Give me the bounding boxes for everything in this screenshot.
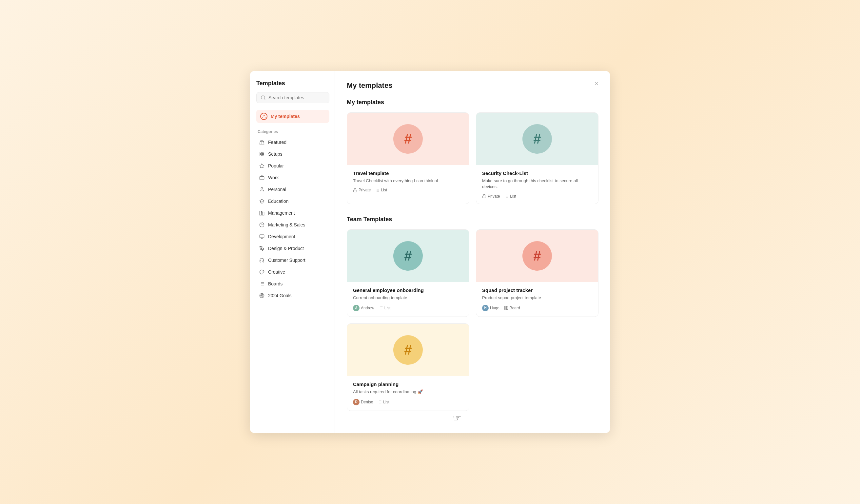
categories-label: Categories [256,129,329,134]
card-meta: D Denise List [353,399,463,405]
sidebar-item-marketing-sales[interactable]: Marketing & Sales [256,219,329,230]
lock-icon [353,188,357,192]
card-type: List [377,400,389,404]
sidebar-item-setups[interactable]: Setups [256,148,329,160]
svg-rect-12 [262,212,264,215]
card-privacy: Private [482,194,500,199]
svg-rect-11 [260,211,261,215]
card-author: A Andrew [353,305,374,311]
list-icon [504,194,508,198]
hash-icon: # [393,335,423,365]
card-description: Travel Checklist with everything I can t… [353,178,463,184]
sidebar: Templates My templates Categories [250,71,335,433]
sidebar-item-personal[interactable]: Personal [256,184,329,195]
my-templates-label: My templates [271,114,300,119]
svg-rect-7 [262,154,264,156]
my-templates-button[interactable]: My templates [256,110,329,123]
grid-icon [259,151,265,157]
sidebar-item-label: Popular [268,163,284,169]
sidebar-item-label: Design & Product [268,246,304,251]
sidebar-item-label: Boards [268,281,283,286]
card-type: List [375,188,387,192]
sidebar-item-label: Setups [268,152,283,157]
card-meta: Private List [353,188,463,192]
sidebar-item-label: Featured [268,140,286,145]
svg-rect-37 [483,196,486,198]
card-body: Squad project tracker Product squad proj… [476,282,598,317]
building-icon [259,210,265,216]
template-card-campaign-planning[interactable]: # Campaign planning All tasks required f… [347,323,469,411]
sidebar-item-label: Creative [268,269,285,275]
list-icon [377,400,382,404]
card-title: Travel template [353,170,463,176]
svg-point-27 [260,293,264,298]
sidebar-item-design-product[interactable]: Design & Product [256,243,329,254]
card-author: H Hugo [482,305,500,311]
svg-rect-30 [354,190,357,192]
svg-point-2 [263,115,264,116]
bars-icon [259,281,265,287]
sidebar-item-management[interactable]: Management [256,207,329,219]
template-card-onboarding[interactable]: # General employee onboarding Current on… [347,229,469,317]
target-icon [259,293,265,299]
sidebar-item-label: Management [268,211,295,216]
svg-point-0 [261,96,265,99]
sidebar-item-education[interactable]: Education [256,196,329,207]
sidebar-item-customer-support[interactable]: Customer Support [256,255,329,266]
svg-line-1 [264,99,265,100]
svg-point-17 [262,271,262,271]
svg-point-18 [263,272,263,272]
team-templates-section-title: Team Templates [347,216,599,223]
svg-rect-13 [260,235,264,237]
svg-point-28 [260,294,263,297]
svg-rect-52 [507,306,508,310]
card-meta: A Andrew List [353,305,463,311]
card-type: List [504,194,516,199]
svg-rect-5 [262,152,264,154]
search-input[interactable] [269,95,325,100]
graduation-icon [259,198,265,204]
team-templates-grid: # General employee onboarding Current on… [347,229,599,411]
search-box[interactable] [256,92,329,103]
card-title: Security Check-List [482,170,592,176]
my-templates-section-title: My templates [347,99,599,106]
search-icon [260,95,266,100]
avatar: D [353,399,360,405]
sidebar-item-featured[interactable]: Featured [256,136,329,148]
sidebar-item-popular[interactable]: Popular [256,160,329,171]
card-body: Campaign planning All tasks required for… [347,376,469,411]
sidebar-item-2024-goals[interactable]: 2024 Goals [256,290,329,301]
card-title: Campaign planning [353,381,463,387]
template-card-travel[interactable]: # Travel template Travel Checklist with … [347,112,469,204]
monitor-icon [259,234,265,240]
svg-marker-8 [260,163,264,168]
card-preview: # [347,113,469,165]
svg-rect-6 [260,154,261,156]
card-title: Squad project tracker [482,287,592,293]
sidebar-item-label: Personal [268,187,286,192]
sidebar-item-label: Work [268,175,278,180]
avatar: A [353,305,360,311]
sidebar-item-development[interactable]: Development [256,231,329,242]
sidebar-item-label: Customer Support [268,258,305,263]
main-header: My templates [347,81,599,90]
svg-rect-50 [504,306,505,310]
card-meta: Private List [482,194,592,199]
sidebar-item-work[interactable]: Work [256,172,329,183]
sidebar-item-boards[interactable]: Boards [256,278,329,289]
sidebar-item-creative[interactable]: Creative [256,267,329,277]
page-title: My templates [347,81,392,90]
close-button[interactable]: × [592,78,601,89]
card-preview: # [347,324,469,376]
template-card-security[interactable]: # Security Check-List Make sure to go th… [476,112,599,204]
sidebar-item-label: Education [268,199,288,204]
svg-point-10 [261,187,262,189]
hash-icon: # [393,124,423,154]
headset-icon [259,257,265,263]
sidebar-item-label: Development [268,234,295,239]
template-card-squad-tracker[interactable]: # Squad project tracker Product squad pr… [476,229,599,317]
card-type: Board [504,306,520,310]
card-body: General employee onboarding Current onbo… [347,282,469,317]
palette-icon [259,269,265,275]
templates-modal: Templates My templates Categories [250,71,610,433]
